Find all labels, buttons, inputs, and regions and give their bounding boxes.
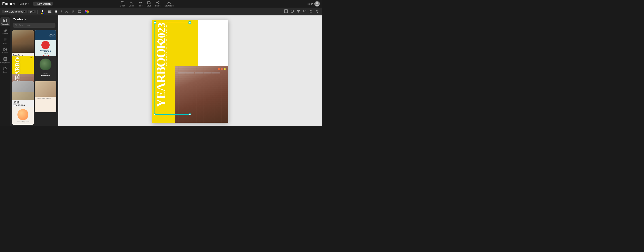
delete-icon [316, 9, 319, 13]
sidebar-label-template: Template [1, 23, 8, 25]
italic-button[interactable]: I [60, 9, 63, 14]
template-grid: Young Forever Yearbook Farrington School… [10, 29, 58, 126]
save-tool[interactable]: Save [147, 1, 152, 7]
sidebar-item-texts[interactable]: Texts [0, 36, 10, 45]
new-design-button[interactable]: + New Design [33, 1, 54, 6]
font-size-selector[interactable]: 14 ▾ [28, 10, 36, 13]
material-icon [3, 28, 7, 32]
color-gradient-button[interactable] [84, 9, 90, 14]
logo-sup: ® [14, 3, 15, 5]
panel-header: Yearbook [10, 15, 58, 29]
spacing-button[interactable] [76, 9, 82, 14]
navbar-right: Fotor [307, 1, 320, 6]
sidebar-label-texts: Texts [3, 42, 7, 44]
handle-bottom-left[interactable] [154, 113, 156, 115]
open-label: Open [120, 5, 125, 7]
undo-tool[interactable]: Undo [129, 1, 134, 7]
tpl7-circle [18, 109, 28, 120]
canvas-area[interactable]: VANCOUVER HIGH SCHOOL CLASS OF 2023 YEAR… [58, 15, 322, 126]
delete-button[interactable] [315, 9, 320, 14]
sidebar-label-picture: Picture [2, 52, 8, 54]
redo-icon [138, 1, 142, 4]
svg-point-9 [316, 5, 319, 6]
sidebar-item-template[interactable]: Template [0, 17, 10, 26]
svg-rect-11 [48, 11, 50, 12]
avatar[interactable] [314, 1, 320, 6]
sidebar-item-background[interactable]: Background [0, 56, 10, 65]
design-button[interactable]: Design ▾ [18, 2, 31, 6]
undo-label: Undo [129, 5, 134, 7]
sidebar-label-cloud: Cloud [3, 71, 8, 73]
lock-button[interactable] [308, 9, 314, 14]
sidebar: Template Material Texts Picture [0, 15, 10, 126]
template-card-7[interactable]: Central Park High School [12, 107, 34, 125]
format-right-tools [284, 9, 320, 14]
svg-rect-13 [78, 10, 81, 11]
building-flags [218, 68, 226, 71]
color-bar [41, 13, 44, 14]
rotate-button[interactable] [290, 9, 295, 14]
sidebar-item-cloud[interactable]: Cloud [0, 65, 10, 74]
sidebar-item-picture[interactable]: Picture [0, 46, 10, 55]
picture-icon [3, 47, 7, 51]
tpl4-year: 2023 [44, 72, 48, 74]
bold-icon: B [55, 10, 57, 13]
sidebar-item-material[interactable]: Material [0, 27, 10, 36]
template-card-6[interactable]: FARMINSTONE SCHOOL [35, 81, 56, 112]
download-icon [167, 1, 171, 4]
font-size-value: 14 [30, 10, 32, 13]
canvas-document: VANCOUVER HIGH SCHOOL CLASS OF 2023 YEAR… [152, 20, 228, 123]
italic-icon: I [61, 10, 62, 13]
logo-text: Fotor [2, 1, 12, 6]
layers-icon [303, 9, 306, 13]
texts-icon [3, 38, 7, 42]
handle-bottom-right[interactable] [189, 113, 191, 115]
text-color-button[interactable]: A [39, 9, 46, 14]
format-bar: TeX Gyre Termes ▾ 14 ▾ A B I Aa U [0, 8, 322, 15]
underline-button[interactable]: U [71, 9, 75, 14]
yearbook-main-text: YEARBOOK [156, 40, 166, 108]
logo[interactable]: Fotor ® [2, 1, 15, 6]
svg-point-21 [5, 30, 5, 30]
flag-1 [218, 68, 220, 71]
svg-rect-15 [79, 11, 80, 12]
main-content: Template Material Texts Picture [0, 15, 322, 126]
tpl6-photo [35, 81, 56, 97]
template-icon [3, 18, 7, 22]
format-divider-1 [37, 9, 38, 14]
tpl2-circle [41, 41, 50, 49]
svg-line-4 [158, 3, 158, 3]
panel-title: Yearbook [13, 18, 56, 21]
layers-button[interactable] [302, 9, 307, 14]
search-box[interactable] [13, 23, 56, 28]
search-input[interactable] [18, 24, 54, 26]
svg-point-1 [158, 1, 159, 2]
size-button[interactable]: Aa [64, 9, 69, 14]
share-icon [156, 1, 160, 4]
flip-button[interactable] [296, 9, 301, 14]
svg-point-26 [15, 24, 16, 26]
user-name: Fotor [307, 2, 312, 5]
svg-point-23 [4, 48, 5, 49]
redo-tool[interactable]: Redo [138, 1, 143, 7]
navbar: Fotor ® Design ▾ + New Design Open Undo [0, 0, 322, 8]
tpl7-label: Central Park High School [16, 121, 29, 122]
share-tool[interactable]: Share [155, 1, 160, 7]
svg-point-8 [316, 2, 318, 4]
text-color-icon: A [40, 9, 44, 14]
open-tool[interactable]: Open [120, 1, 125, 7]
navbar-tools: Open Undo Redo Save [120, 1, 174, 7]
download-tool[interactable]: Download [164, 1, 174, 7]
flag-3 [224, 68, 226, 71]
align-button[interactable] [47, 9, 53, 14]
cloud-icon [3, 67, 7, 71]
bold-button[interactable]: B [54, 9, 58, 14]
spacing-icon [78, 10, 81, 13]
font-name: TeX Gyre Termes [4, 10, 23, 13]
color-wheel-icon [85, 9, 89, 14]
crop-icon [284, 9, 288, 13]
crop-button[interactable] [284, 9, 288, 14]
download-label: Download [164, 5, 174, 7]
font-selector[interactable]: TeX Gyre Termes ▾ [2, 10, 26, 13]
svg-rect-14 [78, 12, 81, 13]
